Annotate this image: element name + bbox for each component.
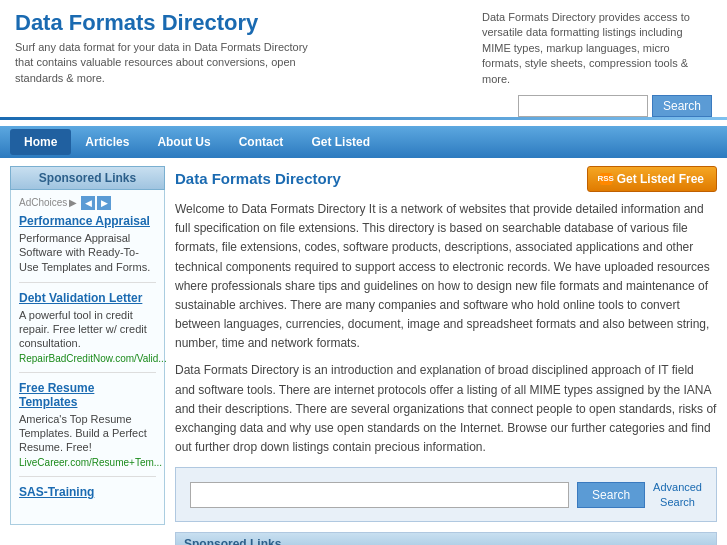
main-sponsored-links-header: Sponsored Links bbox=[176, 533, 716, 545]
sidebar-ad-2: Debt Validation Letter A powerful tool i… bbox=[19, 291, 156, 373]
main-title: Data Formats Directory bbox=[175, 170, 341, 187]
main-sponsored-links-section: Sponsored Links NetApp® RFP Template www… bbox=[175, 532, 717, 545]
sidebar-ad-3-title[interactable]: Free Resume Templates bbox=[19, 381, 156, 409]
navigation: Home Articles About Us Contact Get Liste… bbox=[0, 126, 727, 158]
sidebar-ad-4-title[interactable]: SAS-Training bbox=[19, 485, 156, 499]
blue-divider bbox=[0, 117, 727, 120]
nav-item-home[interactable]: Home bbox=[10, 129, 71, 155]
adchoices-label: AdChoices bbox=[19, 197, 67, 208]
sidebar-ad-1-title[interactable]: Performance Appraisal bbox=[19, 214, 156, 228]
sidebar-ad-3-url: LiveCareer.com/Resume+Tem... bbox=[19, 457, 156, 468]
sidebar-ad-4: SAS-Training bbox=[19, 485, 156, 510]
sidebar-ad-2-url: RepairBadCreditNow.com/Valid... bbox=[19, 353, 156, 364]
sidebar-ad-2-title[interactable]: Debt Validation Letter bbox=[19, 291, 156, 305]
sidebar-sponsored-header: Sponsored Links bbox=[10, 166, 165, 190]
sidebar-ad-1-desc: Performance Appraisal Software with Read… bbox=[19, 232, 150, 273]
adchoices-prev[interactable]: ◀ bbox=[81, 196, 95, 210]
sidebar-ad-3-desc: America's Top Resume Templates. Build a … bbox=[19, 413, 147, 454]
nav-item-about[interactable]: About Us bbox=[143, 129, 224, 155]
sidebar-ad-2-desc: A powerful tool in credit repair. Free l… bbox=[19, 309, 147, 350]
nav-item-get-listed[interactable]: Get Listed bbox=[297, 129, 384, 155]
header-search-button[interactable]: Search bbox=[652, 95, 712, 117]
nav-item-contact[interactable]: Contact bbox=[225, 129, 298, 155]
main-search-input[interactable] bbox=[190, 482, 569, 508]
site-title: Data Formats Directory bbox=[15, 10, 482, 36]
sidebar-ad-1: Performance Appraisal Performance Apprai… bbox=[19, 214, 156, 283]
header-description: Data Formats Directory provides access t… bbox=[482, 11, 690, 85]
site-tagline: Surf any data format for your data in Da… bbox=[15, 40, 325, 86]
main-description-1: Welcome to Data Formats Directory It is … bbox=[175, 200, 717, 457]
get-listed-label: Get Listed Free bbox=[617, 172, 704, 186]
sidebar-ad-3: Free Resume Templates America's Top Resu… bbox=[19, 381, 156, 477]
adchoices-icon: ▶ bbox=[69, 197, 77, 208]
main-search-button[interactable]: Search bbox=[577, 482, 645, 508]
header-search-input[interactable] bbox=[518, 95, 648, 117]
rss-icon: RSS bbox=[600, 173, 612, 185]
adchoices-next[interactable]: ▶ bbox=[97, 196, 111, 210]
get-listed-button[interactable]: RSS Get Listed Free bbox=[587, 166, 717, 192]
advanced-search-link[interactable]: Advanced Search bbox=[653, 480, 702, 509]
main-search-section: Search Advanced Search bbox=[175, 467, 717, 522]
nav-item-articles[interactable]: Articles bbox=[71, 129, 143, 155]
